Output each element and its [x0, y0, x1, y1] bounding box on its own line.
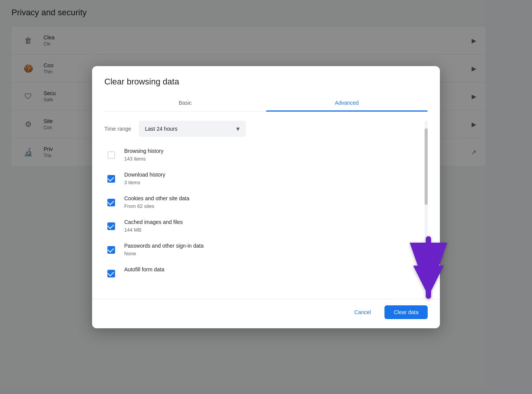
time-range-label: Time range [104, 126, 131, 132]
list-item: Download history 3 items [104, 171, 415, 186]
dialog-tabs: Basic Advanced [104, 94, 428, 112]
autofill-label: Autofill form data [124, 266, 415, 274]
list-item: Passwords and other sign-in data None [104, 242, 415, 257]
list-item: Autofill form data [104, 266, 415, 281]
passwords-checkbox[interactable] [107, 246, 115, 254]
scrollbar-thumb[interactable] [425, 128, 428, 205]
dialog-content: Time range Last 24 hours ▾ Browsing hist… [104, 121, 422, 290]
download-history-checkbox-wrapper[interactable] [104, 172, 118, 186]
list-item: Cached images and files 144 MB [104, 219, 415, 233]
clear-browsing-dialog: Clear browsing data Basic Advanced Time … [92, 66, 440, 328]
cookies-count: From 62 sites [124, 203, 415, 209]
time-range-value: Last 24 hours [145, 126, 177, 132]
cancel-button[interactable]: Cancel [345, 305, 380, 319]
download-history-count: 3 items [124, 180, 415, 185]
clear-data-button[interactable]: Clear data [384, 305, 428, 319]
list-item: Cookies and other site data From 62 site… [104, 195, 415, 209]
browsing-history-checkbox-wrapper[interactable] [104, 148, 118, 162]
dialog-title: Clear browsing data [104, 77, 428, 87]
cookies-label: Cookies and other site data [124, 195, 415, 203]
autofill-checkbox-wrapper[interactable] [104, 267, 118, 281]
cached-label: Cached images and files [124, 219, 415, 226]
list-item: Browsing history 143 items [104, 148, 415, 162]
download-history-label: Download history [124, 171, 415, 179]
cookies-checkbox-wrapper[interactable] [104, 196, 118, 209]
tab-advanced[interactable]: Advanced [266, 94, 428, 111]
cached-checkbox[interactable] [107, 222, 115, 230]
tab-basic[interactable]: Basic [104, 94, 266, 111]
cached-size: 144 MB [124, 227, 415, 233]
chevron-down-icon: ▾ [236, 125, 240, 133]
dialog-body: Time range Last 24 hours ▾ Browsing hist… [92, 112, 440, 299]
passwords-count: None [124, 251, 415, 256]
time-range-row: Time range Last 24 hours ▾ [104, 121, 415, 137]
cached-checkbox-wrapper[interactable] [104, 219, 118, 233]
cookies-checkbox[interactable] [107, 199, 115, 206]
browsing-history-checkbox[interactable] [107, 151, 115, 159]
browsing-history-label: Browsing history [124, 148, 415, 155]
passwords-checkbox-wrapper[interactable] [104, 243, 118, 257]
modal-overlay: Clear browsing data Basic Advanced Time … [0, 0, 532, 394]
browsing-history-count: 143 items [124, 156, 415, 162]
dialog-header: Clear browsing data Basic Advanced [92, 66, 440, 112]
download-history-checkbox[interactable] [107, 175, 115, 183]
scrollbar-track[interactable] [425, 121, 428, 290]
time-range-select[interactable]: Last 24 hours ▾ [139, 121, 246, 137]
autofill-checkbox[interactable] [107, 270, 115, 277]
dialog-footer: Cancel Clear data [92, 299, 440, 328]
passwords-label: Passwords and other sign-in data [124, 242, 415, 250]
